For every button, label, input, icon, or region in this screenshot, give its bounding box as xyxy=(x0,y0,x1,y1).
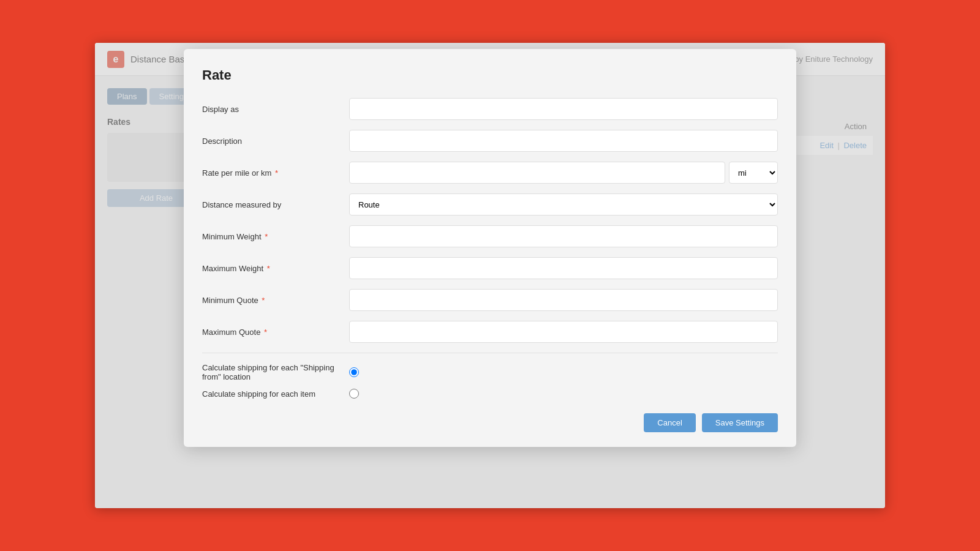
form-divider xyxy=(202,353,778,353)
distance-measured-row: Distance measured by Route Straight Line xyxy=(202,193,778,216)
maximum-weight-label: Maximum Weight * xyxy=(202,264,337,273)
distance-select[interactable]: Route Straight Line xyxy=(349,193,778,216)
distance-measured-label: Distance measured by xyxy=(202,200,337,209)
maximum-quote-label: Maximum Quote * xyxy=(202,328,337,337)
rate-per-mile-group: mi km xyxy=(349,162,778,184)
radio-shipping-from-label: Calculate shipping for each "Shipping fr… xyxy=(202,363,337,381)
maximum-weight-input[interactable] xyxy=(349,257,778,279)
radio-each-item-input[interactable] xyxy=(349,389,359,399)
modal-footer: Cancel Save Settings xyxy=(202,413,778,432)
display-as-row: Display as xyxy=(202,98,778,120)
description-row: Description xyxy=(202,130,778,152)
minimum-weight-row: Minimum Weight * xyxy=(202,225,778,247)
cancel-button[interactable]: Cancel xyxy=(644,413,695,432)
maximum-quote-row: Maximum Quote * xyxy=(202,321,778,343)
minimum-weight-label: Minimum Weight * xyxy=(202,232,337,241)
unit-select[interactable]: mi km xyxy=(729,162,778,184)
radio-shipping-from-input[interactable] xyxy=(349,367,359,377)
modal-overlay: Rate Display as Description Rate per mil… xyxy=(95,43,885,508)
minimum-quote-label: Minimum Quote * xyxy=(202,296,337,305)
modal-title: Rate xyxy=(202,67,778,83)
display-as-input[interactable] xyxy=(349,98,778,120)
rate-modal: Rate Display as Description Rate per mil… xyxy=(184,49,796,447)
save-settings-button[interactable]: Save Settings xyxy=(702,413,778,432)
radio-row-each-item: Calculate shipping for each item xyxy=(202,389,778,399)
radio-row-shipping-from: Calculate shipping for each "Shipping fr… xyxy=(202,363,778,381)
minimum-quote-row: Minimum Quote * xyxy=(202,289,778,311)
minimum-weight-input[interactable] xyxy=(349,225,778,247)
maximum-quote-input[interactable] xyxy=(349,321,778,343)
description-label: Description xyxy=(202,137,337,146)
radio-each-item-label: Calculate shipping for each item xyxy=(202,389,337,399)
display-as-label: Display as xyxy=(202,105,337,114)
minimum-quote-input[interactable] xyxy=(349,289,778,311)
rate-per-mile-input[interactable] xyxy=(349,162,725,184)
maximum-weight-row: Maximum Weight * xyxy=(202,257,778,279)
description-input[interactable] xyxy=(349,130,778,152)
rate-per-mile-row: Rate per mile or km * mi km xyxy=(202,162,778,184)
rate-per-mile-label: Rate per mile or km * xyxy=(202,168,337,178)
